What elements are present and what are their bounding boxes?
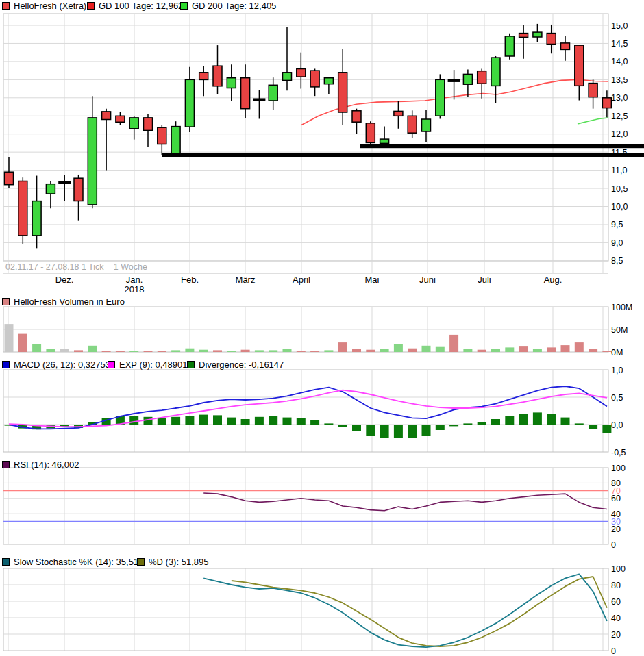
- divergence-bar: [129, 416, 138, 425]
- candle: [18, 181, 27, 236]
- support-line: [162, 153, 644, 157]
- legend-volume-label: HelloFresh Volumen in Euro: [14, 297, 125, 307]
- candle: [602, 98, 611, 108]
- divergence-bar: [463, 423, 472, 425]
- volume-bar: [324, 350, 333, 352]
- candle: [227, 78, 236, 88]
- candle: [366, 123, 375, 143]
- stoch-k-color-swatch: [2, 558, 10, 566]
- month-label: April: [293, 275, 310, 285]
- legend-gd200: GD 200 Tage: 12,405: [180, 1, 276, 10]
- divergence-bar: [324, 423, 333, 425]
- candle: [158, 127, 166, 144]
- divergence-bar: [158, 418, 166, 425]
- stoch-tick: 20: [611, 630, 621, 640]
- rsi-tick: 0: [611, 540, 616, 550]
- candle: [88, 118, 97, 205]
- legend-macd-label: MACD (26, 12): 0,32753: [14, 359, 110, 370]
- price-tick: 15,0: [611, 21, 628, 31]
- candle: [547, 34, 556, 45]
- divergence-bar: [213, 415, 222, 425]
- divergence-bar: [380, 425, 389, 438]
- candle: [46, 184, 55, 194]
- divergence-color-swatch: [187, 361, 195, 368]
- volume-bar: [352, 349, 361, 352]
- volume-bar: [478, 350, 486, 352]
- divergence-bar: [589, 425, 597, 429]
- legend-exp: EXP (9): 0,48901: [108, 359, 188, 369]
- price-tick: 12,5: [611, 112, 628, 121]
- legend-hellofresh: HelloFresh (Xetra): [2, 1, 86, 10]
- volume-bar: [561, 345, 570, 352]
- candle: [185, 79, 194, 127]
- month-label: Dez.: [55, 275, 74, 285]
- divergence-bar: [422, 425, 431, 436]
- stoch-tick: 100: [611, 564, 626, 574]
- legend-stoch-d-label: %D (3): 51,895: [149, 557, 208, 567]
- volume-tick: 50M: [611, 325, 628, 335]
- divergence-bar: [408, 425, 417, 438]
- legend-divergence-label: Divergence: -0,16147: [199, 359, 284, 370]
- doji-candle: [448, 79, 460, 82]
- price-panel: 02.11.17 - 27.08.18 1 Tick = 1 WocheDez.…: [3, 14, 644, 294]
- legend-rsi: RSI (14): 46,002: [2, 459, 79, 469]
- price-tick: 11,0: [611, 166, 627, 175]
- divergence-bar: [199, 415, 208, 425]
- divergence-bar: [519, 414, 528, 425]
- volume-bar: [533, 349, 542, 352]
- price-tick: 13,5: [611, 75, 628, 85]
- volume-bar: [491, 349, 500, 352]
- divergence-bar: [561, 418, 570, 425]
- price-tick: 12,0: [611, 129, 628, 139]
- stock-chart-page: 02.11.17 - 27.08.18 1 Tick = 1 WocheDez.…: [0, 0, 644, 656]
- candle: [102, 112, 111, 120]
- volume-bar: [144, 351, 153, 352]
- volume-bar: [129, 351, 138, 352]
- candle: [589, 84, 597, 97]
- divergence-bar: [352, 425, 361, 431]
- candle: [32, 201, 41, 236]
- rsi-tick: 20: [611, 525, 621, 534]
- month-label: Juli: [478, 275, 491, 285]
- candle: [116, 116, 125, 122]
- volume-color-swatch: [2, 298, 10, 305]
- volume-bar: [255, 350, 264, 352]
- candle: [505, 36, 514, 56]
- volume-bar: [158, 351, 166, 352]
- volume-bar: [88, 346, 97, 352]
- divergence-bar: [533, 412, 542, 425]
- divergence-bar: [449, 425, 458, 426]
- legend-rsi-label: RSI (14): 46,002: [14, 459, 79, 470]
- volume-bar: [60, 349, 69, 352]
- volume-bar: [171, 350, 180, 352]
- divergence-bar: [227, 418, 236, 425]
- support-line: [360, 144, 644, 148]
- volume-bar: [5, 324, 14, 352]
- legend-gd200-label: GD 200 Tage: 12,405: [192, 1, 276, 11]
- legend-stoch-k: Slow Stochastic %K (14): 35,519: [2, 557, 143, 566]
- volume-bar: [241, 350, 250, 352]
- divergence-bar: [491, 419, 500, 425]
- legend-volume: HelloFresh Volumen in Euro: [2, 297, 125, 306]
- candle: [324, 78, 333, 84]
- rsi-tick: 60: [611, 494, 621, 503]
- series-color-swatch: [2, 2, 10, 10]
- stoch-panel: 100806040200: [3, 564, 626, 656]
- volume-bar: [547, 347, 556, 352]
- volume-bar: [589, 349, 597, 352]
- divergence-bar: [602, 425, 611, 433]
- year-label: 2018: [125, 284, 145, 294]
- month-label: Aug.: [544, 275, 562, 285]
- legend-macd: MACD (26, 12): 0,32753: [2, 359, 110, 369]
- volume-bar: [505, 347, 514, 352]
- macd-color-swatch: [2, 361, 10, 368]
- volume-bar: [74, 350, 83, 352]
- divergence-bar: [241, 419, 250, 425]
- volume-tick: 100M: [611, 303, 632, 312]
- volume-bar: [408, 349, 417, 352]
- volume-bar: [116, 351, 125, 352]
- volume-bar: [449, 335, 458, 352]
- volume-bar: [46, 349, 55, 352]
- volume-bar: [436, 347, 445, 352]
- volume-bar: [338, 342, 347, 352]
